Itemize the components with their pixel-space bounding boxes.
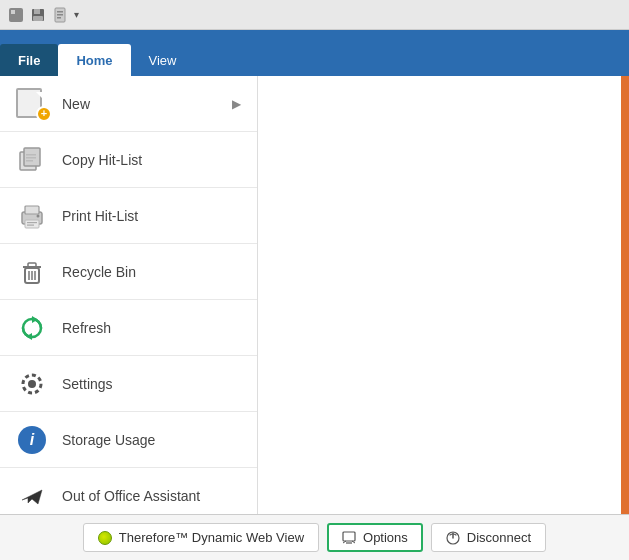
svg-rect-8: [57, 17, 61, 19]
settings-icon: [16, 368, 48, 400]
right-edge-accent: [621, 76, 629, 514]
content-area: New ▶ Copy Hit-List: [0, 76, 629, 514]
dynamic-view-dot: [98, 531, 112, 545]
svg-rect-4: [33, 16, 43, 21]
svg-rect-17: [27, 222, 37, 223]
svg-rect-11: [26, 154, 36, 156]
tab-file[interactable]: File: [0, 44, 58, 76]
ribbon-tabs: File Home View: [0, 30, 629, 76]
new-arrow: ▶: [232, 97, 241, 111]
storage-circle: i: [18, 426, 46, 454]
out-of-office-label: Out of Office Assistant: [62, 488, 241, 504]
menu-item-recycle-bin[interactable]: Recycle Bin: [0, 244, 257, 300]
save-icon[interactable]: [30, 7, 46, 23]
menu-item-print-hit-list[interactable]: Print Hit-List: [0, 188, 257, 244]
recycle-bin-icon: [16, 256, 48, 288]
app-icon: [8, 7, 24, 23]
menu-item-out-of-office[interactable]: Out of Office Assistant: [0, 468, 257, 514]
refresh-label: Refresh: [62, 320, 241, 336]
svg-point-19: [37, 214, 40, 217]
menu-panel: New ▶ Copy Hit-List: [0, 76, 258, 514]
plane-icon: [16, 480, 48, 512]
svg-rect-16: [25, 220, 39, 228]
menu-item-settings[interactable]: Settings: [0, 356, 257, 412]
dynamic-web-view-button[interactable]: Therefore™ Dynamic Web View: [83, 523, 319, 552]
svg-rect-12: [26, 157, 36, 159]
print-hit-list-label: Print Hit-List: [62, 208, 241, 224]
recycle-bin-label: Recycle Bin: [62, 264, 241, 280]
document-icon[interactable]: [52, 7, 68, 23]
tab-home[interactable]: Home: [58, 44, 130, 76]
svg-rect-1: [11, 10, 15, 14]
info-icon: i: [16, 424, 48, 456]
svg-rect-22: [28, 263, 36, 267]
refresh-icon: [16, 312, 48, 344]
copy-hit-list-label: Copy Hit-List: [62, 152, 241, 168]
disconnect-label: Disconnect: [467, 530, 531, 545]
new-doc-icon: [16, 88, 48, 120]
svg-rect-15: [25, 206, 39, 214]
print-icon: [16, 200, 48, 232]
new-label: New: [62, 96, 218, 112]
title-icon-1: [8, 7, 24, 23]
svg-point-28: [28, 380, 36, 388]
dropdown-arrow[interactable]: ▾: [74, 9, 79, 20]
svg-rect-13: [26, 160, 33, 162]
menu-item-storage-usage[interactable]: i Storage Usage: [0, 412, 257, 468]
svg-rect-7: [57, 14, 63, 16]
menu-item-new[interactable]: New ▶: [0, 76, 257, 132]
title-bar: ▾: [0, 0, 629, 30]
options-icon: [342, 531, 356, 545]
options-button[interactable]: Options: [327, 523, 423, 552]
main-content: [258, 76, 629, 514]
disconnect-button[interactable]: Disconnect: [431, 523, 546, 552]
menu-item-copy-hit-list[interactable]: Copy Hit-List: [0, 132, 257, 188]
bottom-bar: Therefore™ Dynamic Web View Options Disc…: [0, 514, 629, 560]
settings-label: Settings: [62, 376, 241, 392]
storage-usage-label: Storage Usage: [62, 432, 241, 448]
menu-item-refresh[interactable]: Refresh: [0, 300, 257, 356]
svg-rect-3: [34, 9, 40, 14]
svg-rect-30: [343, 532, 355, 541]
svg-rect-18: [27, 224, 34, 225]
tab-view[interactable]: View: [131, 44, 195, 76]
options-label: Options: [363, 530, 408, 545]
dynamic-web-view-label: Therefore™ Dynamic Web View: [119, 530, 304, 545]
disconnect-icon: [446, 531, 460, 545]
svg-rect-6: [57, 11, 63, 13]
copy-icon: [16, 144, 48, 176]
